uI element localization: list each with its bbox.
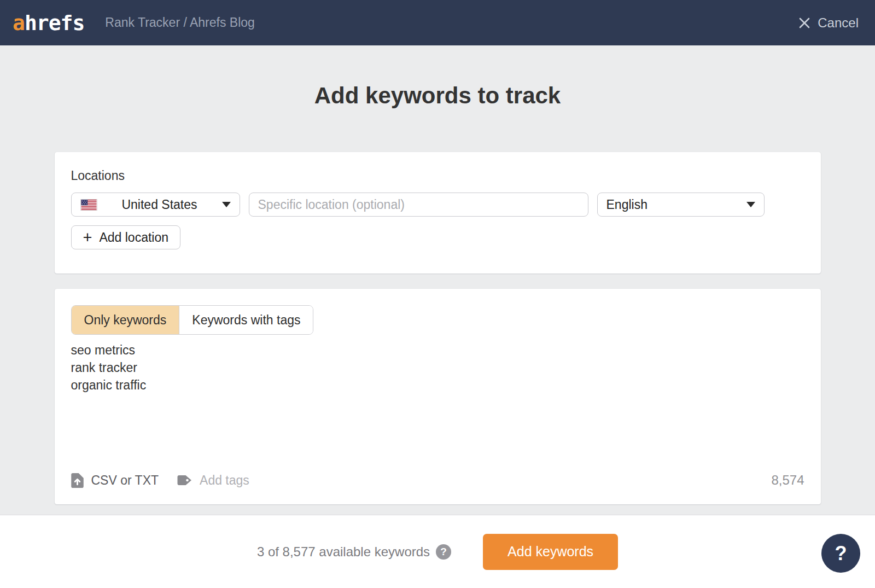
add-keywords-button[interactable]: Add keywords bbox=[483, 534, 618, 570]
specific-location-input[interactable] bbox=[249, 193, 588, 217]
add-location-button[interactable]: + Add location bbox=[71, 225, 181, 249]
keywords-tabs: Only keywords Keywords with tags bbox=[71, 305, 314, 335]
keywords-card: Only keywords Keywords with tags seo met… bbox=[55, 289, 821, 504]
logo-letter-a: a bbox=[13, 11, 25, 35]
country-select[interactable]: United States bbox=[71, 193, 240, 217]
available-keywords-text: 3 of 8,577 available keywords bbox=[257, 544, 430, 560]
locations-row: United States English bbox=[71, 193, 804, 217]
keywords-input[interactable]: seo metrics rank tracker organic traffic bbox=[71, 341, 804, 473]
add-tags-label: Add tags bbox=[200, 473, 249, 488]
logo-letters-hrefs: hrefs bbox=[25, 11, 84, 35]
us-flag-icon bbox=[80, 199, 97, 211]
close-icon bbox=[798, 17, 810, 29]
help-tooltip-icon[interactable]: ? bbox=[436, 544, 451, 560]
tab-only-keywords[interactable]: Only keywords bbox=[72, 306, 179, 334]
add-location-label: Add location bbox=[99, 230, 168, 245]
ahrefs-logo[interactable]: ahrefs bbox=[13, 11, 84, 35]
keywords-card-footer: CSV or TXT Add tags 8,574 bbox=[71, 473, 804, 488]
plus-icon: + bbox=[83, 230, 92, 246]
top-bar: ahrefs Rank Tracker / Ahrefs Blog Cancel bbox=[0, 0, 875, 45]
tag-icon bbox=[177, 475, 192, 486]
breadcrumb: Rank Tracker / Ahrefs Blog bbox=[105, 15, 255, 30]
help-button[interactable]: ? bbox=[821, 534, 860, 573]
language-select[interactable]: English bbox=[597, 193, 765, 217]
cancel-label: Cancel bbox=[818, 15, 859, 31]
cancel-button[interactable]: Cancel bbox=[798, 15, 859, 31]
file-upload-icon bbox=[71, 473, 84, 488]
csv-upload-label: CSV or TXT bbox=[91, 473, 159, 488]
language-select-value: English bbox=[606, 197, 648, 212]
country-select-value: United States bbox=[97, 197, 222, 212]
chevron-down-icon bbox=[746, 202, 755, 207]
add-tags-button[interactable]: Add tags bbox=[177, 473, 249, 488]
footer-bar: 3 of 8,577 available keywords ? Add keyw… bbox=[0, 515, 875, 588]
chevron-down-icon bbox=[222, 202, 231, 207]
locations-card: Locations bbox=[55, 152, 821, 273]
page-title: Add keywords to track bbox=[0, 80, 875, 110]
locations-label: Locations bbox=[71, 168, 804, 183]
tab-keywords-with-tags[interactable]: Keywords with tags bbox=[179, 306, 313, 334]
keyword-count: 8,574 bbox=[771, 473, 804, 488]
csv-upload-button[interactable]: CSV or TXT bbox=[71, 473, 159, 488]
